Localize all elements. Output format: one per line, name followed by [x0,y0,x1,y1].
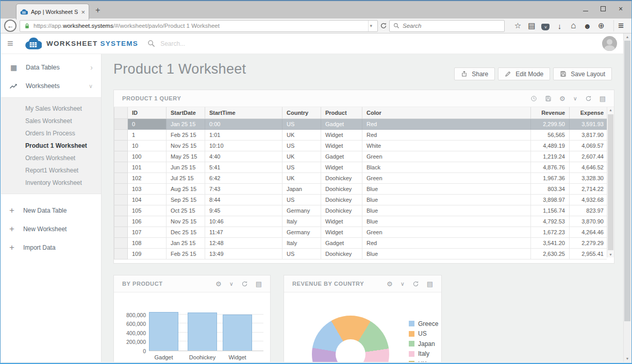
reload-button[interactable] [380,22,387,29]
column-header[interactable]: ID [128,107,167,118]
share-button[interactable]: Share [454,67,495,80]
browser-menu-icon[interactable]: ≡ [613,20,628,31]
pocket-icon[interactable]: v [539,21,553,30]
window-minimize-button[interactable] [577,2,594,15]
table-cell[interactable]: 0 [128,118,167,129]
table-cell[interactable]: 4,932.68 [570,194,607,205]
column-header[interactable]: Country [282,107,321,118]
sidebar-item-worksheet[interactable]: Orders Worksheet [1,152,101,164]
table-cell[interactable]: Jan 25 15 [167,237,205,248]
sidebar-item-data-tables[interactable]: ▦ Data Tables › [1,58,101,77]
table-cell[interactable]: Doohickey [321,194,362,205]
table-cell[interactable]: Nov 25 15 [167,216,205,227]
table-cell[interactable]: White [362,140,531,151]
table-cell[interactable]: May 25 15 [167,151,205,162]
table-cell[interactable]: 104 [128,194,167,205]
sidebar-action-new-data-table[interactable]: +New Data Table [1,201,101,220]
table-cell[interactable]: Doohickey [321,205,362,216]
scroll-down-icon[interactable]: ▼ [607,253,614,256]
table-cell[interactable]: 2,714.22 [570,183,607,194]
table-cell[interactable]: US [282,194,321,205]
row-selector-cell[interactable] [114,227,128,237]
home-icon[interactable]: ⌂ [567,21,580,31]
table-cell[interactable]: 4:40 [205,151,282,162]
table-row[interactable]: 102Jul 25 156:42UKDoohickeyGreen1,967.36… [114,172,607,183]
sidebar-item-worksheet[interactable]: Report1 Worksheet [1,164,101,177]
row-selector-cell[interactable] [114,205,128,216]
table-cell[interactable]: 13:49 [205,248,282,259]
table-cell[interactable]: Widget [321,129,362,140]
table-cell[interactable]: 2,299.50 [531,118,570,129]
table-cell[interactable]: Red [362,237,531,248]
table-cell[interactable]: 105 [128,205,167,216]
table-cell[interactable]: Oct 25 15 [167,205,205,216]
table-cell[interactable]: 803.34 [531,183,570,194]
row-selector-cell[interactable] [114,216,128,227]
row-selector-cell[interactable] [114,172,128,183]
table-cell[interactable]: 3,870.90 [570,216,607,227]
table-row[interactable]: 108Jan 25 1512:48ItalyGadgetRed3,541.202… [114,237,607,248]
row-selector-cell[interactable] [114,118,128,129]
table-cell[interactable]: Jul 25 15 [167,172,205,183]
url-dropdown-icon[interactable]: ▾ [368,21,374,31]
page-scrollbar[interactable]: ▲ ▼ [623,33,631,362]
table-cell[interactable]: Gadget [321,118,362,129]
user-avatar[interactable] [602,36,617,51]
table-cell[interactable]: Gadget [321,237,362,248]
window-close-button[interactable]: × [612,2,629,15]
gear-icon[interactable]: ⚙ [559,95,566,102]
table-cell[interactable]: 5:41 [205,162,282,172]
table-cell[interactable]: 1,967.36 [531,172,570,183]
table-cell[interactable]: 10:46 [205,216,282,227]
save-layout-button[interactable]: Save Layout [553,67,612,80]
table-cell[interactable]: US [282,118,321,129]
sidebar-item-worksheets[interactable]: Worksheets ∨ [1,77,101,95]
bookmarks-menu-icon[interactable]: ▤ [525,21,539,30]
table-row[interactable]: 10Nov 25 1510:10USWidgetWhite4,489.194,0… [114,140,607,151]
save-query-icon[interactable] [545,95,552,102]
table-row[interactable]: 101Jun 25 155:41USWidgetBlack4,876.764,6… [114,162,607,172]
table-cell[interactable]: US [282,162,321,172]
app-logo[interactable]: WORKSHEET SYSTEMS [25,38,138,50]
table-cell[interactable]: Blue [362,248,531,259]
table-cell[interactable]: 4,489.19 [531,140,570,151]
table-cell[interactable]: 109 [128,248,167,259]
row-selector-cell[interactable] [114,248,128,259]
table-cell[interactable]: 7:43 [205,183,282,194]
row-selector-cell[interactable] [114,194,128,205]
table-cell[interactable]: 101 [128,162,167,172]
table-cell[interactable]: Gadget [321,151,362,162]
sidebar-item-worksheet[interactable]: Product 1 Worksheet [1,140,101,152]
row-selector-cell[interactable] [114,162,128,172]
table-cell[interactable]: Blue [362,205,531,216]
back-button[interactable]: ← [4,20,16,32]
refresh-icon[interactable] [241,281,248,287]
table-cell[interactable]: UK [282,129,321,140]
gear-icon[interactable]: ⚙ [215,281,222,287]
table-cell[interactable]: Widget [321,216,362,227]
table-cell[interactable]: UK [282,172,321,183]
table-cell[interactable]: 10:10 [205,140,282,151]
table-cell[interactable]: Feb 25 15 [167,248,205,259]
table-cell[interactable]: 3,898.97 [531,194,570,205]
browser-search-input[interactable]: Search [389,20,505,32]
table-cell[interactable]: Feb 25 15 [167,129,205,140]
sidebar-action-import-data[interactable]: +Import Data [1,238,101,257]
table-cell[interactable]: Aug 25 15 [167,183,205,194]
sidebar-action-new-worksheet[interactable]: +New Worksheet [1,220,101,238]
sidebar-item-worksheet[interactable]: My Sales Worksheet [1,102,101,115]
table-cell[interactable]: 4,646.52 [570,162,607,172]
table-cell[interactable]: US [282,248,321,259]
table-cell[interactable]: 100 [128,151,167,162]
bar[interactable] [188,313,217,351]
table-cell[interactable]: 823.97 [570,205,607,216]
column-header[interactable]: Color [362,107,531,118]
table-cell[interactable]: UK [282,151,321,162]
table-cell[interactable]: Italy [282,237,321,248]
row-selector-cell[interactable] [114,129,128,140]
table-cell[interactable]: Red [362,118,531,129]
table-cell[interactable]: Doohickey [321,172,362,183]
gear-icon[interactable]: ⚙ [387,281,393,287]
legend-item[interactable]: Greece [409,319,443,329]
table-cell[interactable]: 1,156.74 [531,205,570,216]
